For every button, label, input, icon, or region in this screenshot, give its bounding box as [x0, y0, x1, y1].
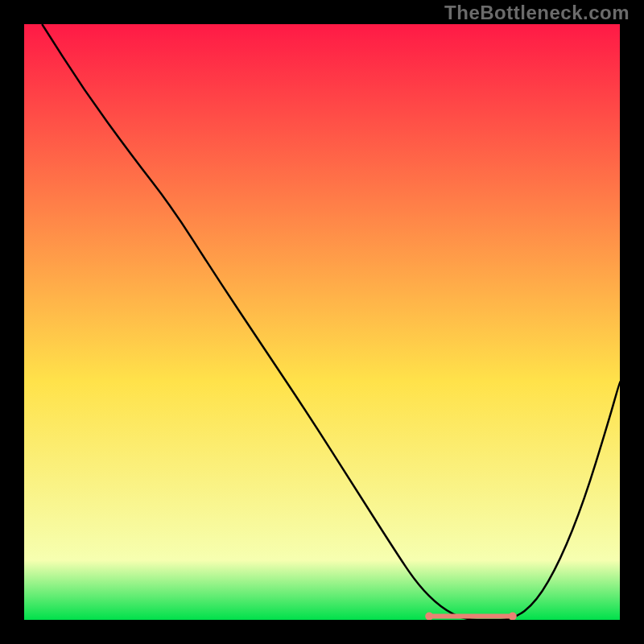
optimal-bar [429, 614, 513, 619]
gradient-background [24, 24, 620, 620]
watermark-text: TheBottleneck.com [444, 2, 630, 24]
chart-frame: TheBottleneck.com [0, 0, 644, 644]
bottleneck-chart [24, 24, 620, 620]
